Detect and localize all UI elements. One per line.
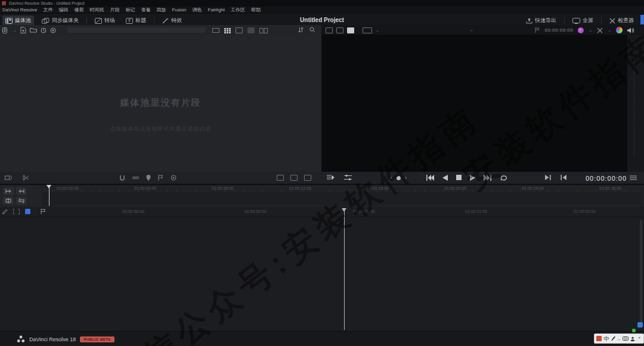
toolbar-separator xyxy=(564,17,565,24)
play-button[interactable] xyxy=(470,175,475,181)
ruler-label: 01:00:00:00 xyxy=(353,209,375,214)
still-frame-icon[interactable] xyxy=(290,175,298,181)
window-title: DaVinci Resolve Studio - Untitled Projec… xyxy=(9,0,85,7)
menu-workspace[interactable]: 工作区 xyxy=(231,7,245,13)
menu-fairlight[interactable]: Fairlight xyxy=(208,7,225,13)
menu-view[interactable]: 查看 xyxy=(141,7,151,13)
edit-mode-icon[interactable] xyxy=(5,175,12,181)
media-pool-search-field[interactable] xyxy=(67,27,206,33)
slip-tool-button[interactable] xyxy=(16,197,27,205)
viewer-title-chevron-icon[interactable]: ⌄ xyxy=(470,27,473,32)
menu-edit[interactable]: 编辑 xyxy=(59,7,69,13)
media-pool-panel[interactable]: 媒体池里没有片段 点按媒体导入按钮即可向项目添加内容 xyxy=(0,35,321,172)
volume-slider[interactable] xyxy=(634,43,634,157)
trim-out-tool-button[interactable] xyxy=(16,187,27,195)
menu-file[interactable]: 文件 xyxy=(44,7,53,13)
sort-icon[interactable] xyxy=(298,27,304,33)
smart-bin-icon[interactable] xyxy=(41,27,47,33)
loop-button[interactable] xyxy=(500,174,507,181)
menu-playback[interactable]: 回放 xyxy=(157,7,166,13)
match-frame-icon[interactable] xyxy=(327,174,335,181)
snapping-magnet-icon[interactable] xyxy=(119,175,125,181)
strip-view-icon[interactable] xyxy=(212,28,219,33)
go-to-end-button[interactable] xyxy=(484,175,491,181)
flag-icon[interactable] xyxy=(535,27,540,33)
transform-icon[interactable] xyxy=(597,27,603,33)
search-icon[interactable] xyxy=(309,27,315,33)
source-clip-icon[interactable] xyxy=(336,27,343,33)
timeline-scrollbar[interactable] xyxy=(640,220,642,324)
timeline-playhead[interactable] xyxy=(344,211,345,330)
go-to-start-button[interactable] xyxy=(426,175,434,181)
menu-davinci-resolve[interactable]: DaVinci Resolve xyxy=(2,7,38,13)
clip-color-icon[interactable] xyxy=(171,175,177,181)
play-reverse-button[interactable] xyxy=(442,175,448,181)
import-media-icon[interactable] xyxy=(20,27,26,33)
pen-tool-icon[interactable] xyxy=(2,209,8,214)
overview-playhead[interactable] xyxy=(49,187,49,206)
stop-button[interactable] xyxy=(456,175,462,180)
film-strip-icon[interactable] xyxy=(277,175,284,181)
roll-tool-button[interactable] xyxy=(3,197,14,205)
color-profile-chevron-icon[interactable]: ⌄ xyxy=(589,28,592,33)
clone-tool-icon[interactable] xyxy=(50,27,56,33)
menu-color[interactable]: 调色 xyxy=(193,7,202,13)
ime-more-dots[interactable]: ‥ xyxy=(617,336,620,342)
menu-help[interactable]: 帮助 xyxy=(251,7,261,13)
tools-sliders-icon[interactable] xyxy=(344,174,352,181)
thumbnail-view-icon[interactable] xyxy=(236,27,243,33)
ime-language-indicator[interactable]: 中 xyxy=(603,336,609,342)
speaker-icon[interactable] xyxy=(627,27,634,33)
ime-logo-icon[interactable] xyxy=(596,336,602,341)
bin-list-chevron-icon[interactable]: ⌄ xyxy=(13,28,17,33)
metadata-view-icon[interactable] xyxy=(259,28,268,33)
link-clips-icon[interactable] xyxy=(132,175,139,181)
clip-color-swatch[interactable] xyxy=(25,209,30,214)
marker-icon[interactable] xyxy=(146,175,151,181)
trim-in-tool-button[interactable] xyxy=(3,187,14,195)
scissors-icon[interactable] xyxy=(23,175,29,181)
source-tape-icon[interactable] xyxy=(326,27,333,33)
transport-menu-icon[interactable] xyxy=(630,175,637,180)
quick-export-button[interactable]: 快速导出 xyxy=(523,16,559,26)
menu-trim[interactable]: 修剪 xyxy=(75,7,84,13)
audio-track-icon[interactable] xyxy=(304,175,311,181)
aspect-ratio-chevron-icon[interactable]: ⌄ xyxy=(376,28,379,33)
jog-wheel-icon[interactable] xyxy=(397,176,401,180)
marker-flag-icon[interactable] xyxy=(41,209,46,214)
menu-bar: DaVinci Resolve 文件 编辑 修剪 时间线 片段 标记 查看 回放… xyxy=(0,7,644,14)
menu-fusion[interactable]: Fusion xyxy=(172,7,187,13)
ruler-label: 01:00:01:00 xyxy=(465,209,487,214)
menu-mark[interactable]: 标记 xyxy=(126,7,135,13)
tray-status-dot xyxy=(632,329,636,332)
timeline-overview-track[interactable] xyxy=(43,192,642,205)
notification-icon[interactable] xyxy=(637,322,643,328)
in-out-range-icon[interactable] xyxy=(13,209,20,214)
inspector-label: 检查器 xyxy=(618,17,634,24)
ime-keyboard-icon[interactable] xyxy=(623,336,628,341)
next-edit-icon[interactable] xyxy=(545,175,551,180)
aspect-ratio-icon[interactable] xyxy=(363,27,372,33)
ime-tray-bar[interactable]: 中 ‥ xyxy=(594,333,644,344)
menu-clip[interactable]: 片段 xyxy=(110,7,120,13)
timeline-panel[interactable]: 00:59:58:00 00:59:59:00 01:00:00:00 01:0… xyxy=(0,207,644,331)
timeline-view-icon[interactable] xyxy=(347,27,354,33)
transform-chevron-icon[interactable]: ⌄ xyxy=(608,28,611,33)
import-folder-icon[interactable] xyxy=(30,27,37,33)
bin-list-icon[interactable] xyxy=(2,27,10,33)
prev-edit-icon[interactable] xyxy=(561,175,566,180)
fullscreen-button[interactable]: 全屏 xyxy=(569,16,596,26)
color-wheel-icon[interactable] xyxy=(616,27,623,33)
inspector-button[interactable]: 检查器 xyxy=(606,16,637,26)
list-view-icon[interactable] xyxy=(247,27,255,33)
ime-wrench-icon[interactable] xyxy=(636,336,641,341)
ime-pen-icon[interactable] xyxy=(611,336,615,341)
viewer-screen[interactable] xyxy=(322,35,627,172)
flag-clip-icon[interactable] xyxy=(158,175,163,181)
jog-left-icon[interactable]: ‹ xyxy=(391,175,392,181)
color-profile-icon[interactable] xyxy=(578,27,584,33)
menu-timeline[interactable]: 时间线 xyxy=(90,7,104,13)
grid-view-icon[interactable] xyxy=(224,28,231,33)
jog-right-icon[interactable]: › xyxy=(405,175,407,181)
ime-user-icon[interactable] xyxy=(630,336,635,341)
